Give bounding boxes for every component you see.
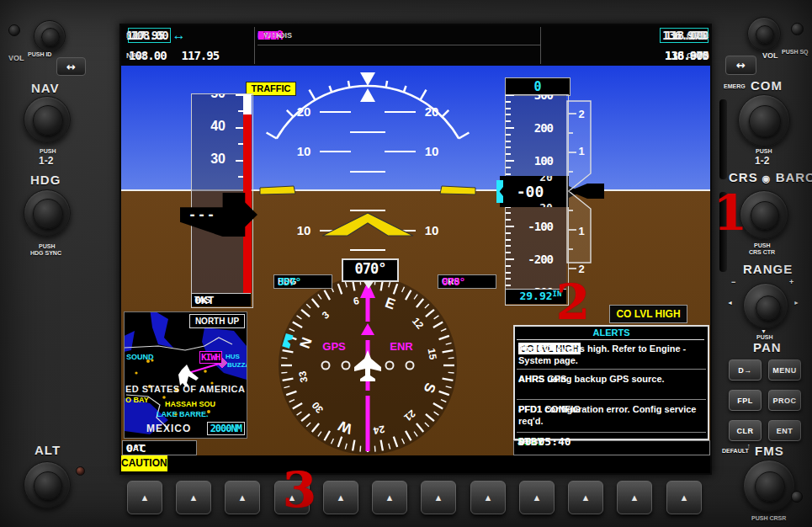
crs-knob-icon: ◉ [762, 173, 772, 184]
photocell-sensor [76, 466, 85, 476]
nav2-standby-frequency[interactable]: 117.95 [182, 49, 220, 62]
com-volume-knob[interactable] [747, 17, 781, 51]
ent-button[interactable]: ENT [768, 420, 801, 441]
com-tuning-knob[interactable] [738, 94, 790, 146]
nav-volume-knob[interactable] [34, 20, 66, 52]
g1000-pfd-unit: NAV1 108.00 ↔ 117.95 NAV2 108.00 117.95 … [0, 0, 812, 527]
nav-push-12-label: 1-2 [39, 155, 53, 167]
hdg-push-label: PUSH [39, 243, 55, 249]
altitude-tick-label: 200 [516, 120, 553, 136]
softkey-button-7[interactable]: ▲ [421, 481, 456, 514]
bezel-screw [791, 491, 803, 503]
map-range-label[interactable]: 2000NM [207, 422, 245, 435]
menu-button[interactable]: MENU [768, 359, 801, 381]
vsi-tick-label: 2 [578, 108, 584, 120]
traffic-annunciation: TRAFFIC [246, 82, 296, 96]
tas-value: 0KT [194, 294, 214, 306]
softkey-button-1[interactable]: ▲ [127, 481, 162, 514]
fms-knob[interactable] [743, 460, 795, 512]
nav-transfer-button[interactable]: ↔ [56, 57, 86, 76]
map-label: HASSAH SOU [165, 400, 215, 408]
nav1-standby-frequency[interactable]: 117.95 [126, 29, 164, 42]
map-label: BUZZA [227, 361, 247, 369]
map-label: MEXICO [146, 423, 191, 434]
bezel-screw [791, 23, 804, 35]
softkey-button-9[interactable]: ▲ [519, 481, 555, 514]
com-knob-label: COM [751, 78, 783, 93]
clr-button[interactable]: CLR [729, 420, 762, 441]
map-waypoint-label: KIWH [199, 351, 222, 364]
top-data-bar: NAV1 108.00 ↔ 117.95 NAV2 108.00 117.95 … [121, 25, 710, 66]
hdg-bug-box[interactable]: HDG357° [273, 274, 332, 289]
softkey-button-11[interactable]: ▲ [617, 481, 652, 514]
range-label: RANGE [743, 262, 793, 276]
com-transfer-button[interactable]: ↔ [725, 56, 756, 75]
softkey-triangle-icon: ▲ [141, 492, 150, 503]
proc-button[interactable]: PROC [768, 390, 801, 411]
annotation-number-3: 3 [279, 466, 320, 514]
transfer-arrow-icon: ↔ [66, 61, 76, 73]
hdg-sync-label: HDG SYNC [30, 250, 61, 256]
softkey-button-2[interactable]: ▲ [176, 481, 211, 514]
bezel-screw [8, 24, 20, 36]
pan-label: PAN [753, 340, 782, 354]
altitude-select-knob[interactable] [24, 461, 71, 508]
vsi: 2 1 1 2 [565, 99, 609, 286]
nav-transfer-icon: ↔ [172, 28, 186, 43]
softkey-button-12[interactable]: ▲ [666, 481, 702, 514]
crs-ctr-label: CRS CTR [749, 249, 775, 255]
topbar-divider [254, 27, 255, 64]
crs-baro-label: CRS ◉ BARO [729, 170, 812, 184]
nav2-label: NAV2 [126, 51, 146, 60]
compass-label: 15 [426, 348, 439, 361]
bezel-slot [719, 99, 727, 179]
pan-down-icon: ▼ [761, 328, 767, 334]
softkey-button-8[interactable]: ▲ [470, 481, 506, 514]
altitude-drum-below: 20 [533, 201, 559, 207]
topbar-divider [540, 27, 541, 64]
softkey-triangle-icon: ▲ [680, 492, 689, 503]
vsi-scale-outline [567, 101, 591, 263]
fpl-button[interactable]: FPL [729, 390, 762, 411]
fms-label: FMS [755, 444, 784, 458]
pan-push-label: PUSH [756, 334, 772, 340]
inset-map[interactable]: NORTH UP SOUND KIWH HUS BUZZA ED STATES … [124, 311, 247, 439]
heading-readout-pointer [363, 280, 374, 289]
crs-box[interactable]: CRS070° [438, 274, 496, 289]
com1-label: COM1 [687, 31, 709, 40]
range-pan-joystick[interactable] [743, 283, 788, 328]
tas-readout: TAS 0KT [192, 293, 251, 306]
compass-label: 24 [372, 423, 385, 437]
com-volume-push-label: PUSH SQ [782, 49, 809, 55]
heading-knob[interactable] [24, 189, 71, 237]
softkey-triangle-icon: ▲ [189, 492, 199, 503]
softkey-button-10[interactable]: ▲ [568, 481, 603, 514]
selected-altitude-box[interactable]: 0 [505, 77, 571, 96]
alert-text: AHRS using backup GPS source. [518, 373, 665, 385]
airspeed-value: --- [188, 207, 216, 222]
hdg-knob-label: HDG [30, 173, 61, 187]
map-label: ED STATES OF AMERICA [125, 384, 245, 394]
softkey-button-3[interactable]: ▲ [225, 481, 260, 514]
altitude-readout: 20 -00 20 [500, 176, 569, 207]
nav-push-label: PUSH [40, 148, 56, 154]
map-water [125, 331, 135, 353]
map-label: O BAY [125, 396, 149, 404]
oat-value: 0°C [126, 442, 146, 455]
nav-mode-annunciation: ENR [390, 340, 413, 353]
nav-tuning-knob[interactable] [24, 96, 71, 143]
altitude-tick-label: -100 [516, 218, 553, 235]
pan-right-icon: ► [793, 300, 799, 306]
default-label: DEFAULT [722, 448, 749, 454]
direct-to-button[interactable]: D→ [729, 359, 762, 381]
softkey-button-6[interactable]: ▲ [372, 481, 407, 514]
softkey-label-caution: CAUTION [121, 455, 167, 471]
altitude-value: -00 [500, 183, 560, 200]
alert-text: The CO level is high. Refer to Engine - … [518, 343, 704, 366]
nav-volume-label: VOL [8, 54, 24, 62]
nav-source-annunciation: GPS [322, 340, 346, 353]
alerts-window: ALERTS CO LVL HIGH – The CO level is hig… [513, 325, 709, 440]
softkey-triangle-icon: ▲ [385, 492, 395, 503]
pan-left-icon: ◄ [727, 300, 733, 306]
softkey-button-5[interactable]: ▲ [323, 481, 358, 514]
